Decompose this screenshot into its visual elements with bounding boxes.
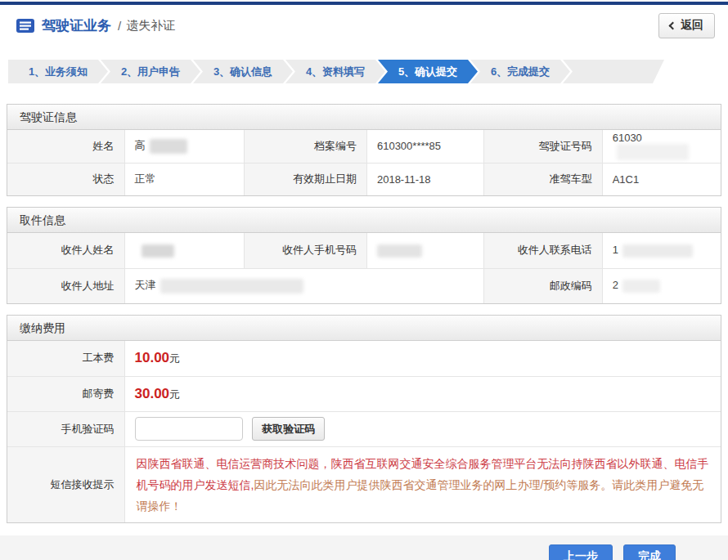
mail-fee-value: 30.00元 — [124, 376, 721, 411]
sms-code-cell: 获取验证码 — [124, 411, 721, 446]
section-license-info: 驾驶证信息 姓名 高 档案编号 610300****85 驾驶证号码 61030… — [7, 104, 721, 196]
work-fee-unit: 元 — [169, 352, 180, 365]
section-title-fees: 缴纳费用 — [7, 316, 721, 341]
previous-step-button[interactable]: 上一步 — [549, 544, 613, 560]
work-fee-amount: 10.00 — [135, 350, 170, 365]
section-pickup-info: 取件信息 收件人姓名 收件人手机号码 收件人联系电话 1 收件人地址 天津 邮政… — [7, 207, 721, 304]
redacted-value — [142, 244, 174, 258]
page-header: 驾驶证业务 / 遗失补证 返回 — [0, 5, 728, 46]
table-row: 工本费 10.00元 — [7, 341, 721, 376]
work-fee-label: 工本费 — [7, 341, 124, 376]
redacted-value — [150, 139, 187, 154]
section-fees: 缴纳费用 工本费 10.00元 邮寄费 30.00元 手机验证码 获取验证码 短… — [7, 315, 721, 523]
step-tab-3: 3、确认信息 — [193, 60, 293, 83]
step-tabs: 1、业务须知 2、用户申告 3、确认信息 4、资料填写 5、确认提交 6、完成提… — [8, 60, 720, 83]
redacted-value — [622, 244, 693, 258]
mail-fee-unit: 元 — [169, 388, 180, 401]
recipient-mobile-label: 收件人手机号码 — [244, 233, 366, 268]
recipient-mobile-value — [366, 233, 483, 268]
table-row: 短信接收提示 因陕西省联通、电信运营商技术问题，陕西省互联网交通安全综合服务管理… — [7, 446, 721, 522]
step-tab-5-active: 5、确认提交 — [378, 60, 478, 83]
name-label: 姓名 — [7, 130, 124, 163]
redacted-value — [617, 144, 689, 160]
get-code-button[interactable]: 获取验证码 — [252, 417, 325, 441]
table-row: 收件人地址 天津 邮政编码 2 — [7, 268, 721, 303]
valid-until-value: 2018-11-18 — [366, 163, 483, 195]
table-row: 状态 正常 有效期止日期 2018-11-18 准驾车型 A1C1 — [7, 163, 721, 195]
license-no-label: 驾驶证号码 — [483, 130, 602, 163]
step-tabs-filler — [563, 60, 664, 83]
section-title-license: 驾驶证信息 — [7, 105, 721, 130]
status-label: 状态 — [7, 163, 124, 195]
chevron-left-icon — [669, 21, 677, 29]
redacted-value — [377, 244, 422, 258]
redacted-value — [160, 279, 303, 293]
table-row: 收件人姓名 收件人手机号码 收件人联系电话 1 — [7, 233, 721, 268]
name-value: 高 — [124, 130, 244, 163]
table-row: 手机验证码 获取验证码 — [7, 411, 721, 446]
postal-code-value: 2 — [602, 268, 721, 303]
sms-code-input[interactable] — [135, 417, 243, 441]
step-tab-1: 1、业务须知 — [8, 60, 108, 83]
recipient-address-value: 天津 — [124, 268, 483, 303]
sms-code-label: 手机验证码 — [7, 411, 124, 446]
step-tab-2: 2、用户申告 — [101, 60, 200, 83]
menu-list-icon — [16, 19, 34, 33]
recipient-address-label: 收件人地址 — [7, 268, 124, 303]
vehicle-class-value: A1C1 — [602, 163, 721, 195]
mail-fee-label: 邮寄费 — [7, 376, 124, 411]
postal-code-label: 邮政编码 — [483, 268, 602, 303]
breadcrumb-separator: / — [118, 19, 121, 33]
fees-table: 工本费 10.00元 邮寄费 30.00元 手机验证码 获取验证码 短信接收提示… — [7, 341, 721, 522]
breadcrumb-subtitle: 遗失补证 — [126, 18, 175, 34]
status-value: 正常 — [124, 163, 244, 195]
mail-fee-amount: 30.00 — [135, 386, 170, 401]
table-row: 姓名 高 档案编号 610300****85 驾驶证号码 61030 — [7, 130, 721, 163]
file-no-label: 档案编号 — [244, 130, 366, 163]
sms-notice-label: 短信接收提示 — [7, 446, 124, 522]
redacted-value — [622, 280, 660, 293]
license-info-table: 姓名 高 档案编号 610300****85 驾驶证号码 61030 状态 正常… — [7, 130, 721, 195]
table-row: 邮寄费 30.00元 — [7, 376, 721, 411]
sms-notice-text: 因陕西省联通、电信运营商技术问题，陕西省互联网交通安全综合服务管理平台无法向持陕… — [124, 446, 721, 522]
back-button[interactable]: 返回 — [658, 13, 715, 38]
section-title-pickup: 取件信息 — [7, 208, 721, 233]
recipient-phone-value: 1 — [602, 233, 721, 268]
recipient-name-value — [124, 233, 244, 268]
back-button-label: 返回 — [681, 18, 703, 33]
recipient-name-label: 收件人姓名 — [7, 233, 124, 268]
step-tab-4: 4、资料填写 — [285, 60, 385, 83]
page-title: 驾驶证业务 — [42, 16, 111, 35]
license-no-value: 61030 — [602, 130, 721, 163]
work-fee-value: 10.00元 — [124, 341, 721, 376]
footer-action-bar: 上一步 完成 — [0, 535, 728, 560]
valid-until-label: 有效期止日期 — [244, 163, 366, 195]
finish-button[interactable]: 完成 — [623, 544, 676, 560]
step-tab-6: 6、完成提交 — [470, 60, 570, 83]
recipient-phone-label: 收件人联系电话 — [483, 233, 602, 268]
vehicle-class-label: 准驾车型 — [483, 163, 602, 195]
pickup-info-table: 收件人姓名 收件人手机号码 收件人联系电话 1 收件人地址 天津 邮政编码 2 — [7, 233, 721, 303]
file-no-value: 610300****85 — [366, 130, 483, 163]
